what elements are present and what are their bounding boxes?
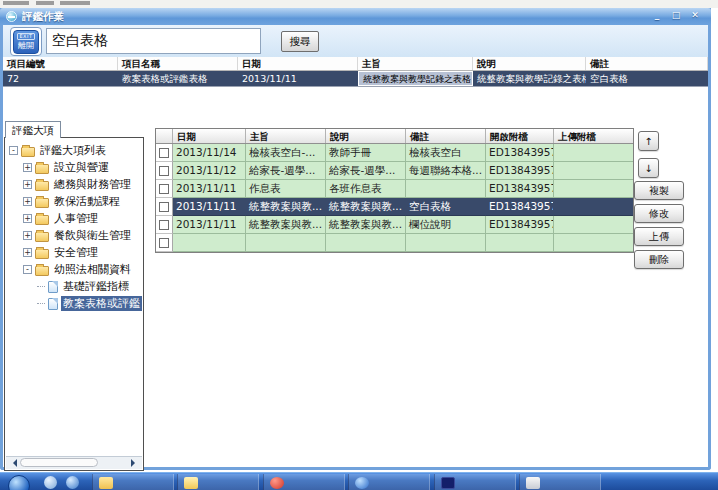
tree-expander-icon[interactable]: +	[23, 197, 32, 206]
tree-item[interactable]: - 評鑑大項列表	[7, 142, 142, 159]
tree-item-label[interactable]: 基礎評鑑指標	[61, 279, 131, 294]
cell-open-attachment: ED13843957...	[486, 198, 554, 216]
table-row[interactable]: 2013/11/11 作息表 各班作息表 ED13843957...	[156, 180, 633, 198]
column-header-item-id[interactable]: 項目編號	[3, 57, 118, 70]
tree-item-label[interactable]: 教案表格或評鑑	[61, 296, 142, 311]
table-row[interactable]: 2013/11/11 統整教案與教... 統整教案與教... 空白表格 ED13…	[156, 198, 633, 216]
cell-subject: 統整教案與教...	[246, 198, 326, 216]
tree-item-label[interactable]: 安全管理	[52, 245, 100, 260]
column-header-description[interactable]: 說明	[326, 129, 406, 143]
delete-button[interactable]: 刪除	[634, 250, 684, 269]
tree-expander-icon[interactable]: -	[23, 265, 32, 274]
tree-item[interactable]: + 總務與財務管理	[7, 176, 142, 193]
tree-item[interactable]: + 餐飲與衛生管理	[7, 227, 142, 244]
app-icon	[6, 11, 17, 22]
taskbar-app-icon	[355, 477, 369, 489]
column-header-remark[interactable]: 備註	[406, 129, 486, 143]
taskbar-app-button[interactable]	[434, 474, 516, 490]
column-header-date[interactable]: 日期	[238, 57, 358, 70]
column-header-open-attachment[interactable]: 開啟附檔	[486, 129, 554, 143]
exit-button[interactable]: EXIT 離開	[10, 27, 42, 56]
cell-remark: 每週聯絡本格...	[406, 162, 486, 180]
column-header-upload-attachment[interactable]: 上傳附檔	[554, 129, 633, 143]
tree-item-label[interactable]: 教保活動課程	[52, 194, 122, 209]
horizontal-scrollbar[interactable]	[6, 456, 142, 469]
copy-button[interactable]: 複製	[634, 181, 684, 200]
minimize-button[interactable]: _	[651, 10, 663, 20]
move-down-button[interactable]: ↓	[638, 158, 659, 178]
tree-expander-icon[interactable]: +	[23, 248, 32, 257]
column-header-subject[interactable]: 主旨	[358, 57, 473, 70]
search-input[interactable]	[46, 28, 261, 54]
upload-button[interactable]: 上傳	[634, 227, 684, 246]
tree-item[interactable]: + 設立與營運	[7, 159, 142, 176]
cell-remark: 檢核表空白	[406, 144, 486, 162]
folder-icon	[21, 147, 35, 157]
scrollbar-thumb[interactable]	[20, 458, 98, 467]
modify-button[interactable]: 修改	[634, 204, 684, 223]
tree-expander-icon[interactable]: -	[9, 146, 18, 155]
cell-open-attachment	[486, 234, 554, 252]
cell-open-attachment: ED13843957...	[486, 180, 554, 198]
column-header-item-name[interactable]: 項目名稱	[118, 57, 238, 70]
table-row[interactable]: 2013/11/14 檢核表空白-... 教師手冊 檢核表空白 ED138439…	[156, 144, 633, 162]
column-header-date[interactable]: 日期	[173, 129, 246, 143]
tree-connector	[37, 286, 45, 287]
table-row[interactable]: 2013/11/12 給家長-週學... 給家長-週學... 每週聯絡本格...…	[156, 162, 633, 180]
tree-expander-icon[interactable]: +	[23, 214, 32, 223]
taskbar-app-button[interactable]	[519, 474, 601, 490]
tree-item-label[interactable]: 評鑑大項列表	[38, 143, 108, 158]
result-table-row-selected[interactable]: 72 教案表格或評鑑表格 2013/11/11 統整教案與教學記錄之表格 統整教…	[3, 71, 708, 87]
start-button-icon[interactable]	[8, 475, 30, 490]
tree-item-label[interactable]: 設立與營運	[52, 160, 111, 175]
taskbar-app-button[interactable]	[177, 474, 259, 490]
cell-remark: 空白表格	[586, 71, 708, 86]
tab-evaluation-categories[interactable]: 評鑑大項	[5, 121, 61, 138]
column-header-description[interactable]: 說明	[473, 57, 586, 70]
column-header-remark[interactable]: 備註	[586, 57, 708, 70]
quick-launch-icon[interactable]	[66, 476, 79, 489]
taskbar-app-button[interactable]	[348, 474, 430, 490]
table-row[interactable]: 2013/11/11 統整教案與教... 統整教案與教... 欄位說明 ED13…	[156, 216, 633, 234]
row-checkbox[interactable]	[159, 184, 169, 194]
tree-item-label[interactable]: 人事管理	[52, 211, 100, 226]
tree-item[interactable]: + 人事管理	[7, 210, 142, 227]
tree-item[interactable]: + 安全管理	[7, 244, 142, 261]
tree-item-label[interactable]: 餐飲與衛生管理	[52, 228, 133, 243]
checkbox-cell	[156, 216, 173, 234]
tree-item[interactable]: 基礎評鑑指標	[7, 278, 142, 295]
tree-expander-icon[interactable]: +	[23, 180, 32, 189]
close-button[interactable]: ✕	[689, 10, 701, 20]
tree-item[interactable]: + 教保活動課程	[7, 193, 142, 210]
row-checkbox[interactable]	[159, 148, 169, 158]
taskbar-app-button[interactable]	[263, 474, 345, 490]
tree-item-label[interactable]: 幼照法相關資料	[52, 262, 133, 277]
scroll-right-icon[interactable]	[131, 459, 139, 467]
attachment-table: 日期 主旨 說明 備註 開啟附檔 上傳附檔 2013/11/14 檢核表空白-.…	[155, 128, 634, 253]
tree-expander-icon[interactable]: +	[23, 163, 32, 172]
column-header-subject[interactable]: 主旨	[246, 129, 326, 143]
window-title: 評鑑作業	[22, 10, 64, 24]
cell-subject-editbox[interactable]: 統整教案與教學記錄之表格	[358, 71, 473, 86]
title-bar[interactable]: 評鑑作業 _ □ ✕	[0, 8, 711, 25]
table-row[interactable]	[156, 234, 633, 252]
tree-item[interactable]: - 幼照法相關資料	[7, 261, 142, 278]
tree-item-label[interactable]: 總務與財務管理	[52, 177, 133, 192]
row-checkbox[interactable]	[159, 202, 169, 212]
cell-description: 統整教案與教...	[326, 198, 406, 216]
cell-description: 統整教案與教...	[326, 216, 406, 234]
cell-item-id: 72	[3, 71, 118, 86]
row-checkbox[interactable]	[159, 238, 169, 248]
tree: - 評鑑大項列表 + 設立與營運 + 總務與財務管理 + 教保活動課程 + 人事…	[7, 142, 142, 454]
row-checkbox[interactable]	[159, 220, 169, 230]
cell-upload-attachment	[554, 144, 633, 162]
maximize-button[interactable]: □	[670, 10, 682, 20]
scroll-left-icon[interactable]	[9, 459, 17, 467]
quick-launch-icon[interactable]	[44, 476, 57, 489]
move-up-button[interactable]: ↑	[638, 131, 659, 151]
tree-expander-icon[interactable]: +	[23, 231, 32, 240]
row-checkbox[interactable]	[159, 166, 169, 176]
search-button[interactable]: 搜尋	[281, 31, 319, 52]
taskbar-app-button[interactable]	[92, 474, 174, 490]
tree-item[interactable]: 教案表格或評鑑	[7, 295, 142, 312]
